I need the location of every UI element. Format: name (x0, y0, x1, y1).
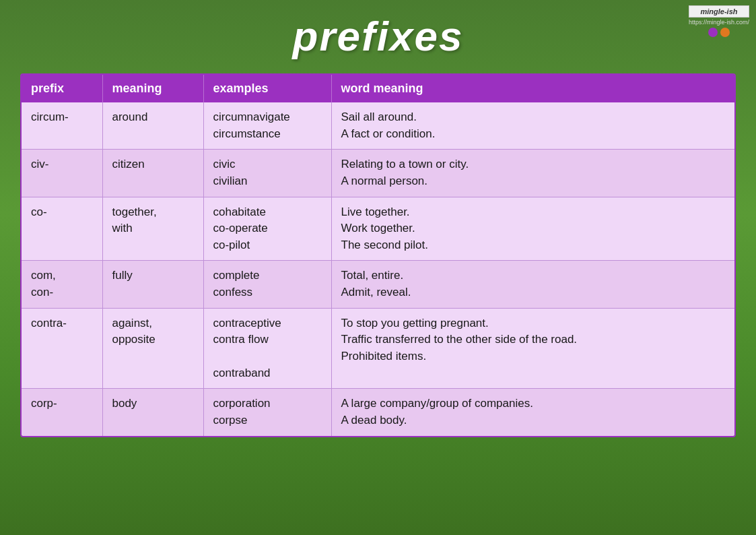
header-examples: examples (203, 75, 331, 102)
prefixes-table-container: prefix meaning examples word meaning cir… (20, 73, 736, 437)
table-cell: corp- (22, 389, 102, 436)
table-cell: cohabitateco-operateco-pilot (203, 197, 331, 261)
table-cell: Total, entire.Admit, reveal. (331, 261, 734, 308)
table-row: corp-bodycorporationcorpseA large compan… (22, 389, 734, 436)
header-meaning: meaning (102, 75, 203, 102)
table-cell: together,with (102, 197, 203, 261)
logo-circle-purple (708, 28, 718, 37)
table-row: com,con-fullycompleteconfessTotal, entir… (22, 261, 734, 308)
table-cell: against,opposite (102, 308, 203, 389)
logo-circles (689, 28, 749, 37)
table-row: co-together,withcohabitateco-operateco-p… (22, 197, 734, 261)
table-cell: fully (102, 261, 203, 308)
table-cell: Live together.Work together.The second p… (331, 197, 734, 261)
table-cell: civ- (22, 150, 102, 197)
table-body: circum-aroundcircumnavigatecircumstanceS… (22, 102, 734, 436)
page-title: prefixes (0, 0, 756, 73)
table-cell: around (102, 102, 203, 150)
header-word-meaning: word meaning (331, 75, 734, 102)
table-cell: Relating to a town or city.A normal pers… (331, 150, 734, 197)
table-cell: com,con- (22, 261, 102, 308)
table-cell: Sail all around.A fact or condition. (331, 102, 734, 150)
table-cell: contraceptivecontra flowcontraband (203, 308, 331, 389)
prefixes-table: prefix meaning examples word meaning cir… (22, 75, 734, 436)
table-cell: contra- (22, 308, 102, 389)
table-cell: citizen (102, 150, 203, 197)
table-cell: circumnavigatecircumstance (203, 102, 331, 150)
table-cell: completeconfess (203, 261, 331, 308)
table-cell: co- (22, 197, 102, 261)
logo-badge: mingle-ish (689, 5, 749, 18)
table-row: circum-aroundcircumnavigatecircumstanceS… (22, 102, 734, 150)
table-row: civ-citizenciviccivilianRelating to a to… (22, 150, 734, 197)
table-cell: A large company/group of companies.A dea… (331, 389, 734, 436)
table-cell: corporationcorpse (203, 389, 331, 436)
logo-url: https://mingle-ish.com/ (689, 19, 749, 26)
logo-area: mingle-ish https://mingle-ish.com/ (689, 5, 749, 37)
table-cell: civiccivilian (203, 150, 331, 197)
table-row: contra-against,oppositecontraceptivecont… (22, 308, 734, 389)
table-cell: To stop you getting pregnant.Traffic tra… (331, 308, 734, 389)
header-prefix: prefix (22, 75, 102, 102)
table-cell: body (102, 389, 203, 436)
table-cell: circum- (22, 102, 102, 150)
logo-circle-orange (720, 28, 730, 37)
table-header-row: prefix meaning examples word meaning (22, 75, 734, 102)
